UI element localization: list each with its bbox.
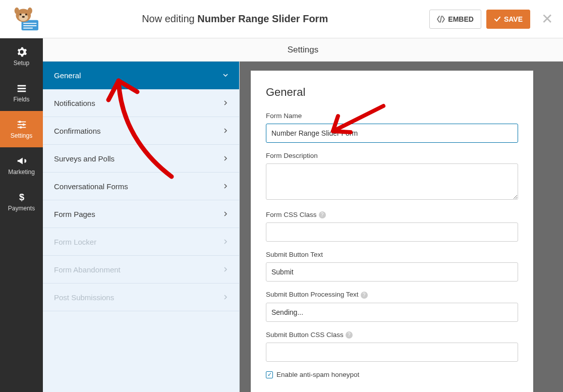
sidebar-item-setup[interactable]: Setup xyxy=(0,38,43,75)
sidebar-item-payments[interactable]: $ Payments xyxy=(0,184,43,220)
chevron-right-icon xyxy=(223,295,228,300)
help-icon[interactable]: ? xyxy=(346,331,353,339)
chevron-right-icon xyxy=(223,100,228,105)
menu-item-notifications[interactable]: Notifications xyxy=(43,89,239,117)
left-sidebar: Setup Fields Settings Marketing $ Paymen… xyxy=(0,38,43,392)
svg-point-9 xyxy=(25,13,27,15)
chevron-right-icon xyxy=(223,156,228,161)
honeypot-checkbox[interactable]: ✓ xyxy=(266,371,273,378)
honeypot-label: Enable anti-spam honeypot xyxy=(276,371,359,378)
save-button[interactable]: SAVE xyxy=(486,10,530,29)
help-icon[interactable]: ? xyxy=(319,211,326,218)
general-settings-panel: General Form Name Form Description Form … xyxy=(251,71,533,392)
menu-item-general[interactable]: General xyxy=(43,62,239,89)
chevron-right-icon xyxy=(223,267,228,272)
form-css-class-input[interactable] xyxy=(266,222,518,242)
chevron-right-icon xyxy=(223,211,228,216)
form-css-class-label: Form CSS Class? xyxy=(266,211,518,218)
sidebar-item-fields[interactable]: Fields xyxy=(0,75,43,111)
chevron-right-icon xyxy=(223,184,228,189)
menu-item-form-pages[interactable]: Form Pages xyxy=(43,200,239,228)
editing-title: Now editing Number Range Slider Form xyxy=(40,13,429,25)
code-icon xyxy=(437,16,445,23)
sidebar-item-marketing[interactable]: Marketing xyxy=(0,147,43,184)
gear-icon xyxy=(16,46,27,58)
submit-button-css-input[interactable] xyxy=(266,343,518,362)
svg-point-15 xyxy=(19,121,21,123)
app-logo xyxy=(10,6,40,32)
dollar-icon: $ xyxy=(16,192,27,203)
svg-rect-13 xyxy=(17,91,26,92)
menu-item-conversational[interactable]: Conversational Forms xyxy=(43,173,239,200)
top-bar: Now editing Number Range Slider Form EMB… xyxy=(0,0,563,38)
chevron-right-icon xyxy=(223,239,228,244)
menu-item-confirmations[interactable]: Confirmations xyxy=(43,117,239,145)
settings-menu: General Notifications Confirmations Surv… xyxy=(43,62,240,392)
menu-item-surveys[interactable]: Surveys and Polls xyxy=(43,145,239,173)
sliders-icon xyxy=(16,119,27,130)
form-description-label: Form Description xyxy=(266,152,518,159)
submit-processing-text-input[interactable] xyxy=(266,303,518,322)
submit-button-css-label: Submit Button CSS Class? xyxy=(266,331,518,339)
menu-item-form-locker[interactable]: Form Locker xyxy=(43,228,239,256)
submit-processing-text-label: Submit Button Processing Text? xyxy=(266,291,518,298)
svg-point-6 xyxy=(28,7,32,14)
svg-point-10 xyxy=(22,16,25,18)
submit-button-text-input[interactable] xyxy=(266,262,518,282)
submit-button-text-label: Submit Button Text xyxy=(266,251,518,258)
svg-text:$: $ xyxy=(19,192,24,202)
section-title: Settings xyxy=(43,38,563,62)
svg-rect-12 xyxy=(17,88,26,89)
form-description-textarea[interactable] xyxy=(266,163,518,200)
menu-item-form-abandonment[interactable]: Form Abandonment xyxy=(43,256,239,284)
svg-point-19 xyxy=(19,126,22,129)
sidebar-item-settings[interactable]: Settings xyxy=(0,111,43,147)
list-icon xyxy=(16,83,27,94)
panel-title: General xyxy=(266,86,518,99)
chevron-right-icon xyxy=(223,128,228,133)
menu-item-post-submissions[interactable]: Post Submissions xyxy=(43,284,239,311)
embed-button[interactable]: EMBED xyxy=(429,10,481,29)
form-name-input[interactable] xyxy=(266,124,518,143)
check-icon xyxy=(494,16,501,23)
form-name-label: Form Name xyxy=(266,112,518,120)
bullhorn-icon xyxy=(16,155,27,166)
chevron-down-icon xyxy=(223,73,228,78)
svg-point-8 xyxy=(20,13,22,15)
svg-point-17 xyxy=(22,124,25,126)
svg-point-5 xyxy=(15,7,19,14)
svg-rect-11 xyxy=(17,85,26,87)
help-icon[interactable]: ? xyxy=(361,292,368,299)
close-button[interactable]: ✕ xyxy=(541,11,553,27)
